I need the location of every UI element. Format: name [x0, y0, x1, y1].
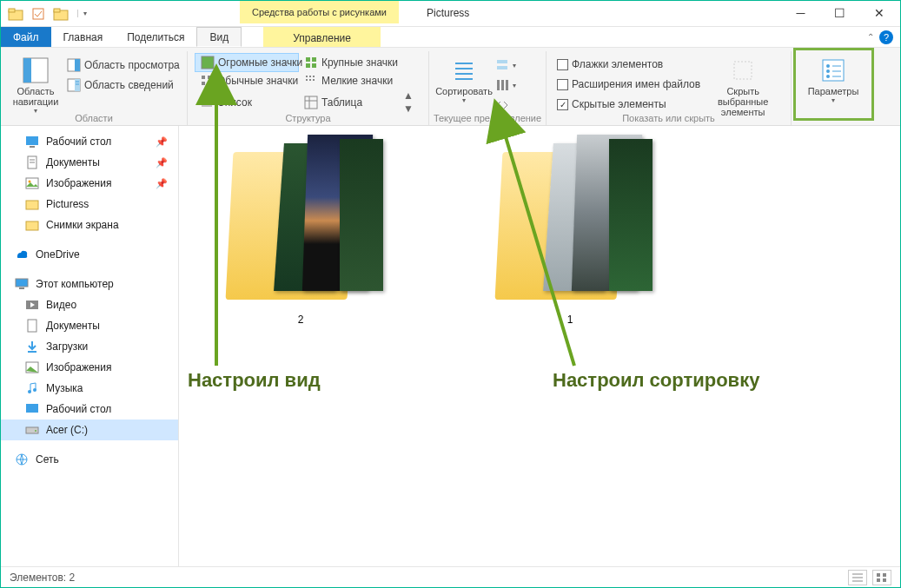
nav-pictures[interactable]: Изображения 📌: [1, 173, 178, 194]
nav-videos[interactable]: Видео: [1, 294, 178, 315]
pictures-icon: [25, 176, 39, 190]
svg-rect-58: [26, 201, 38, 209]
nav-this-pc[interactable]: Этот компьютер: [1, 274, 178, 294]
layout-scroll-up[interactable]: ▲: [403, 89, 419, 102]
folder-icon: [6, 4, 25, 23]
tab-view[interactable]: Вид: [196, 27, 242, 47]
svg-rect-4: [54, 9, 60, 12]
small-icons-icon: [304, 74, 318, 88]
nav-label: Изображения: [46, 177, 111, 189]
checkbox-checked-icon: [557, 99, 568, 110]
svg-rect-26: [309, 79, 311, 81]
nav-documents-pc[interactable]: Документы: [1, 315, 178, 336]
folder-content[interactable]: 2 1 Настроил вид Настроил сортировку: [179, 126, 900, 566]
nav-label: Загрузки: [46, 340, 88, 353]
svg-point-45: [826, 64, 830, 68]
folder-icon: [25, 218, 39, 232]
layout-large-icons[interactable]: Крупные значки: [299, 53, 403, 72]
tab-share[interactable]: Поделиться: [115, 27, 196, 47]
nav-pictures-pc[interactable]: Изображения: [1, 357, 178, 378]
group-by-button[interactable]: ▾: [492, 56, 520, 74]
pictures-icon: [25, 360, 39, 374]
checkbox-icon[interactable]: [29, 4, 48, 23]
nav-label: Этот компьютер: [36, 278, 114, 290]
svg-rect-27: [313, 79, 315, 81]
window-controls: ─ ☐ ✕: [781, 1, 898, 25]
svg-rect-60: [16, 279, 28, 287]
svg-rect-16: [306, 63, 310, 68]
nav-label: Документы: [46, 320, 100, 332]
svg-rect-38: [497, 60, 507, 63]
layout-table[interactable]: Таблица: [299, 89, 403, 115]
group-by-icon: [495, 58, 509, 72]
svg-rect-17: [312, 63, 316, 68]
options-button[interactable]: Параметры ▾: [798, 53, 868, 108]
videos-icon: [25, 298, 39, 312]
nav-network[interactable]: Сеть: [1, 449, 178, 470]
tab-file[interactable]: Файл: [1, 27, 51, 47]
thumbs-view-button[interactable]: [872, 570, 891, 585]
folder-thumbnail: [214, 126, 388, 308]
file-extensions-toggle[interactable]: Расширения имен файлов: [553, 76, 704, 92]
help-icon[interactable]: ?: [879, 30, 893, 44]
minimize-button[interactable]: ─: [781, 1, 820, 25]
svg-rect-52: [30, 146, 35, 148]
tab-manage[interactable]: Управление: [263, 27, 381, 47]
layout-small-icons[interactable]: Мелкие значки: [299, 72, 403, 89]
details-pane-button[interactable]: Область сведений: [63, 76, 183, 94]
pc-icon: [15, 277, 29, 291]
item-checkboxes-toggle[interactable]: Флажки элементов: [553, 56, 704, 72]
svg-rect-20: [202, 82, 205, 85]
options-label: Параметры: [808, 86, 859, 96]
nav-desktop[interactable]: Рабочий стол 📌: [1, 131, 178, 152]
pin-icon: 📌: [156, 136, 168, 148]
chevron-down-icon: ▾: [462, 96, 466, 104]
ribbon-collapse-icon[interactable]: ⌃: [867, 32, 874, 42]
svg-rect-19: [208, 76, 211, 79]
layout-extra-large-icons[interactable]: Огромные значки: [195, 53, 299, 72]
navigation-pane[interactable]: Рабочий стол 📌 Документы 📌 Изображения 📌…: [1, 126, 179, 566]
nav-documents[interactable]: Документы 📌: [1, 152, 178, 173]
pin-icon: 📌: [156, 157, 168, 168]
tab-home[interactable]: Главная: [51, 27, 116, 47]
desktop-icon: [25, 135, 39, 149]
qat-dropdown-icon[interactable]: ▾: [77, 10, 92, 17]
svg-rect-59: [26, 221, 38, 230]
svg-rect-61: [19, 287, 24, 289]
navigation-pane-button[interactable]: Область навигации ▾: [8, 53, 63, 118]
ribbon-group-options: Параметры ▾: [792, 51, 900, 125]
svg-rect-69: [26, 427, 38, 433]
annotation-view: Настроил вид: [188, 369, 321, 392]
maximize-button[interactable]: ☐: [820, 1, 859, 25]
nav-downloads[interactable]: Загрузки: [1, 336, 178, 357]
add-columns-icon: [495, 78, 509, 92]
layout-medium-icons[interactable]: Обычные значки: [195, 72, 299, 89]
nav-desktop-pc[interactable]: Рабочий стол: [1, 399, 178, 420]
nav-label: Рабочий стол: [46, 135, 111, 148]
panes-group-label: Области: [1, 113, 187, 123]
add-columns-button[interactable]: ▾: [492, 76, 520, 94]
svg-rect-80: [883, 578, 886, 582]
svg-rect-10: [75, 79, 80, 91]
nav-acer-c[interactable]: Acer (C:): [1, 420, 178, 440]
network-icon: [15, 453, 29, 466]
nav-onedrive[interactable]: OneDrive: [1, 244, 178, 265]
hidden-items-toggle[interactable]: Скрытые элементы: [553, 96, 704, 112]
main-area: Рабочий стол 📌 Документы 📌 Изображения 📌…: [1, 126, 900, 566]
nav-screenshots[interactable]: Снимки экрана: [1, 215, 178, 235]
ribbon-tabs: Файл Главная Поделиться Вид Управление ⌃…: [1, 27, 900, 48]
layout-list[interactable]: Список: [195, 89, 299, 115]
preview-pane-button[interactable]: Область просмотра: [63, 56, 183, 74]
details-view-button[interactable]: [848, 570, 867, 585]
svg-rect-79: [877, 578, 880, 582]
nav-music[interactable]: Музыка: [1, 378, 178, 399]
svg-point-46: [826, 69, 830, 73]
size-columns-button[interactable]: [492, 96, 520, 114]
folder-1[interactable]: 1: [466, 126, 674, 326]
nav-label: Видео: [46, 299, 76, 311]
nav-label: Снимки экрана: [46, 219, 119, 231]
close-button[interactable]: ✕: [859, 1, 898, 25]
downloads-icon: [25, 340, 39, 353]
folder-2[interactable]: 2: [196, 126, 405, 326]
nav-picturess[interactable]: Picturess: [1, 194, 178, 215]
